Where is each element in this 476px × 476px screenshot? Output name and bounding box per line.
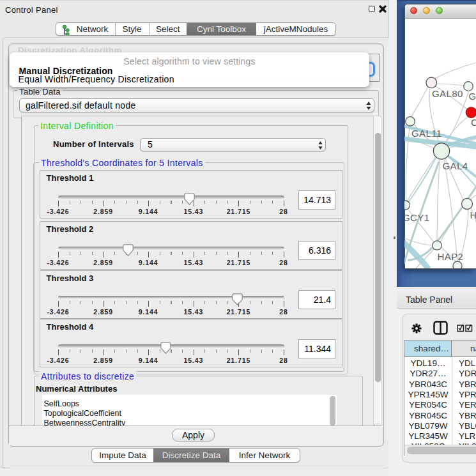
svg-text:GAL11: GAL11 bbox=[411, 128, 442, 139]
svg-text:GA: GA bbox=[469, 91, 476, 102]
svg-text:HAP2: HAP2 bbox=[438, 251, 464, 262]
svg-text:GAL4: GAL4 bbox=[443, 160, 468, 171]
svg-text:H: H bbox=[470, 210, 476, 220]
svg-text:GAL80: GAL80 bbox=[432, 88, 463, 99]
svg-text:CY: CY bbox=[471, 117, 476, 128]
svg-text:GCY1: GCY1 bbox=[404, 212, 429, 223]
